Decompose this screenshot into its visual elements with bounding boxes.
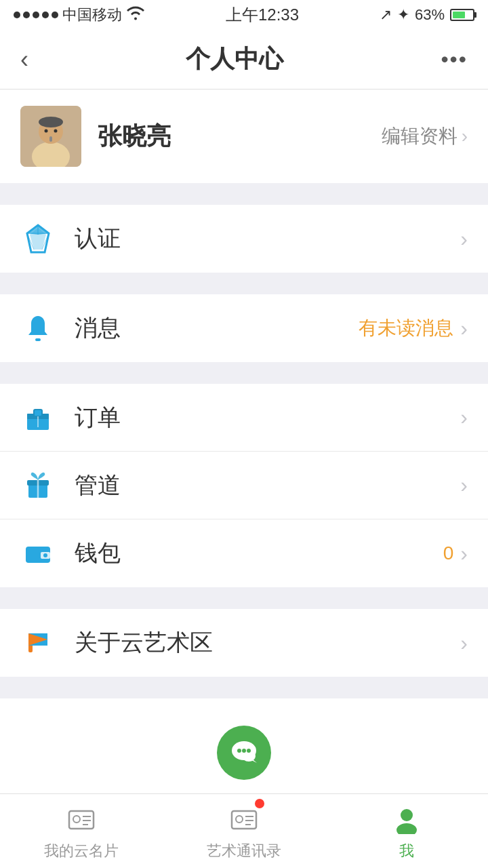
svg-point-40 <box>236 816 243 823</box>
certification-section: 认证 › <box>0 205 488 273</box>
bell-icon <box>20 311 56 346</box>
chevron-order: › <box>460 405 468 430</box>
message-label: 消息 <box>75 313 121 344</box>
divider-5 <box>0 688 488 698</box>
location-icon: ↗ <box>380 6 392 24</box>
divider-3 <box>0 373 488 384</box>
chevron-wallet: › <box>460 541 468 566</box>
tab-item-me[interactable]: 我 <box>325 802 488 861</box>
about-section: 关于云艺术区 › <box>0 609 488 677</box>
divider-2 <box>0 283 488 294</box>
nav-bar: ‹ 个人中心 ••• <box>0 30 488 90</box>
profile-name: 张晓亮 <box>98 120 171 153</box>
tab-me-label: 我 <box>399 841 414 861</box>
pipeline-label: 管道 <box>75 470 121 501</box>
contacts-icon <box>226 802 262 837</box>
profile-section[interactable]: 张晓亮 编辑资料 › <box>0 90 488 183</box>
box-icon <box>20 400 56 435</box>
menu-item-message[interactable]: 消息 有未读消息 › <box>0 294 488 362</box>
wallet-icon <box>20 536 56 571</box>
menu-item-about[interactable]: 关于云艺术区 › <box>0 609 488 677</box>
svg-point-31 <box>237 749 241 753</box>
status-time: 上午12:33 <box>226 4 299 26</box>
tab-item-contacts[interactable]: 艺术通讯录 <box>163 802 325 861</box>
namecard-icon <box>64 802 99 837</box>
chevron-message: › <box>460 316 468 341</box>
tab-contacts-label: 艺术通讯录 <box>207 841 281 861</box>
svg-rect-14 <box>35 338 41 341</box>
diamond-icon <box>20 221 56 256</box>
tab-item-namecard[interactable]: 我的云名片 <box>0 802 163 861</box>
edit-profile-label[interactable]: 编辑资料 <box>382 123 458 149</box>
battery-percent: 63% <box>415 6 445 24</box>
certification-label: 认证 <box>75 223 121 254</box>
svg-point-24 <box>43 553 47 557</box>
status-bar: 中国移动 上午12:33 ↗ ✦ 63% <box>0 0 488 30</box>
divider-4 <box>0 598 488 609</box>
message-section: 消息 有未读消息 › <box>0 294 488 362</box>
order-label: 订单 <box>75 402 121 433</box>
page-title: 个人中心 <box>186 43 283 76</box>
unread-badge: 有未读消息 <box>359 315 453 341</box>
wallet-value: 0 <box>443 542 454 564</box>
svg-point-3 <box>39 117 63 127</box>
wallet-label: 钱包 <box>75 538 121 569</box>
svg-point-33 <box>247 749 251 753</box>
tab-namecard-label: 我的云名片 <box>44 841 119 861</box>
menu-item-order[interactable]: 订单 › <box>0 384 488 452</box>
menu-item-pipeline[interactable]: 管道 › <box>0 452 488 519</box>
svg-point-45 <box>396 823 417 834</box>
chevron-pipeline: › <box>460 473 468 498</box>
chevron-right-icon: › <box>462 125 468 147</box>
svg-rect-17 <box>34 410 42 416</box>
service-icon-wrap <box>217 726 271 780</box>
wifi-icon <box>126 5 145 24</box>
more-button[interactable]: ••• <box>441 47 468 72</box>
chevron-about: › <box>460 631 468 656</box>
divider-1 <box>0 194 488 205</box>
avatar <box>20 106 81 167</box>
menu-item-certification[interactable]: 认证 › <box>0 205 488 273</box>
svg-point-35 <box>73 816 80 823</box>
battery-icon <box>450 9 474 21</box>
svg-rect-6 <box>49 136 52 142</box>
chevron-certification: › <box>460 226 468 252</box>
back-button[interactable]: ‹ <box>20 45 28 74</box>
contacts-badge <box>255 799 264 808</box>
bluetooth-icon: ✦ <box>397 6 409 24</box>
menu-item-wallet[interactable]: 钱包 0 › <box>0 519 488 587</box>
order-pipeline-wallet-section: 订单 › 管道 › <box>0 384 488 587</box>
flag-icon <box>20 625 56 660</box>
me-icon <box>389 802 424 837</box>
about-label: 关于云艺术区 <box>75 627 213 658</box>
svg-point-4 <box>45 130 48 133</box>
tab-bar: 我的云名片 艺术通讯录 我 <box>0 793 488 868</box>
svg-point-32 <box>242 749 246 753</box>
svg-point-44 <box>401 809 413 821</box>
carrier-label: 中国移动 <box>62 5 122 25</box>
svg-point-5 <box>54 130 58 133</box>
gift-icon <box>20 468 56 503</box>
